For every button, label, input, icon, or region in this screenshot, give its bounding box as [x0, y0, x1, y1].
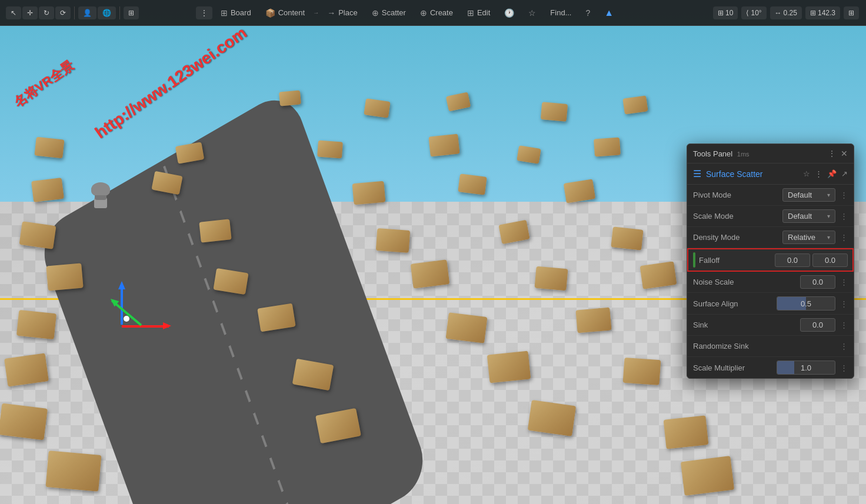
nav-find[interactable]: Find...: [544, 5, 577, 20]
scale-mode-control: Default ▾ ⋮: [782, 209, 848, 223]
gizmo-y-axis[interactable]: [121, 283, 123, 325]
scale-multiplier-control: 1.0 ⋮: [777, 361, 848, 375]
move-tool-btn[interactable]: ✛: [22, 6, 38, 19]
grid-size-btn[interactable]: ⊞ 10: [713, 6, 738, 19]
scale-mode-menu[interactable]: ⋮: [840, 212, 848, 221]
edit-icon: ⊞: [467, 8, 474, 18]
density-mode-dropdown[interactable]: Relative ▾: [782, 231, 835, 244]
scale-mode-dropdown[interactable]: Default ▾: [782, 209, 835, 223]
measure-icon: ⊞: [810, 9, 816, 17]
pivot-mode-control: Default ▾ ⋮: [782, 188, 848, 202]
rock: [0, 403, 48, 440]
clock-icon: 🕐: [504, 8, 514, 18]
surface-align-control: 0.5 ⋮: [777, 296, 848, 311]
randomize-sink-menu[interactable]: ⋮: [840, 342, 848, 351]
nav-scatter-label: Scatter: [382, 8, 406, 17]
noise-scale-control: 0.0 ⋮: [800, 275, 848, 289]
rock: [428, 133, 459, 156]
panel-more-icon[interactable]: ⋮: [828, 149, 836, 158]
rock: [528, 400, 576, 436]
rock: [364, 98, 390, 118]
pivot-mode-dropdown[interactable]: Default ▾: [782, 188, 835, 202]
falloff-value1[interactable]: 0.0: [775, 253, 810, 267]
nav-logo[interactable]: ▲: [598, 5, 619, 21]
gizmo-center: [124, 316, 129, 322]
randomize-sink-label: Randomize Sink: [693, 342, 838, 351]
transform-gizmo[interactable]: [91, 281, 162, 357]
rock: [623, 358, 661, 385]
falloff-row: Falloff 0.0 0.0: [687, 248, 854, 272]
gizmo-x-axis[interactable]: [122, 325, 169, 328]
noise-scale-menu[interactable]: ⋮: [840, 278, 848, 286]
rock: [534, 266, 568, 291]
noise-scale-value[interactable]: 0.0: [800, 275, 835, 289]
rock: [575, 308, 611, 333]
tools-panel: Tools Panel 1ms ⋮ ✕ ☰ Surface Scatter ☆ …: [687, 143, 854, 379]
nav-scatter[interactable]: ⊕ Scatter: [366, 5, 412, 21]
nav-help[interactable]: ?: [579, 5, 596, 21]
nav-board[interactable]: ⊞ Board: [215, 5, 257, 21]
nav-place-label: Place: [338, 8, 358, 17]
falloff-value2[interactable]: 0.0: [812, 253, 848, 267]
density-mode-label: Density Mode: [693, 233, 782, 242]
panel-close-icon[interactable]: ✕: [841, 149, 848, 158]
scale-btn[interactable]: ↔ 0.25: [770, 6, 802, 19]
rock: [19, 221, 56, 249]
pivot-mode-menu[interactable]: ⋮: [840, 191, 848, 199]
rotate-tool-btn[interactable]: ↻: [39, 6, 54, 19]
user-tool-btn[interactable]: 👤: [78, 6, 96, 19]
star-fav-icon[interactable]: ☆: [803, 169, 810, 178]
menu-dots-btn[interactable]: ⋮: [196, 6, 212, 19]
rock: [16, 310, 56, 339]
angle-btn[interactable]: ⟨ 10°: [741, 6, 766, 19]
density-mode-row: Density Mode Relative ▾ ⋮: [687, 227, 854, 248]
sink-menu[interactable]: ⋮: [840, 321, 848, 329]
falloff-accent: [693, 252, 695, 268]
scale-multiplier-slider[interactable]: 1.0: [777, 361, 835, 375]
place-icon: →: [327, 8, 335, 18]
rock: [31, 178, 64, 202]
rock: [317, 141, 343, 159]
scale-mode-label: Scale Mode: [693, 212, 782, 221]
nav-create[interactable]: ⊕ Create: [414, 5, 459, 21]
nav-content[interactable]: 📦 Content: [259, 5, 311, 21]
subheader-more-icon[interactable]: ⋮: [815, 169, 822, 178]
surface-align-menu[interactable]: ⋮: [840, 299, 848, 308]
density-mode-menu[interactable]: ⋮: [840, 233, 848, 242]
falloff-label: Falloff: [699, 256, 775, 265]
rock: [34, 137, 64, 159]
gizmo-z-axis[interactable]: [111, 300, 142, 326]
falloff-controls: 0.0 0.0: [775, 253, 848, 267]
rock: [458, 173, 487, 195]
measure-btn[interactable]: ⊞ 142.3: [805, 6, 840, 19]
content-icon: 📦: [265, 8, 275, 18]
rock: [611, 226, 643, 250]
surface-align-row: Surface Align 0.5 ⋮: [687, 293, 854, 315]
sink-label: Sink: [693, 321, 800, 329]
sink-control: 0.0 ⋮: [800, 318, 848, 332]
cursor-tool-btn[interactable]: ↖: [6, 6, 21, 19]
panel-title: Tools Panel 1ms: [693, 149, 750, 158]
expand-icon[interactable]: ↗: [841, 169, 848, 178]
nav-place[interactable]: → Place: [321, 5, 364, 21]
nav-content-label: Content: [278, 8, 305, 17]
sink-value[interactable]: 0.0: [800, 318, 835, 332]
noise-scale-label: Noise Scale: [693, 278, 800, 286]
density-mode-value: Relative: [788, 233, 815, 242]
help-icon: ?: [585, 8, 590, 18]
nav-create-label: Create: [430, 8, 453, 17]
surface-align-slider[interactable]: 0.5: [777, 296, 835, 311]
scale-mode-row: Scale Mode Default ▾ ⋮: [687, 206, 854, 227]
logo-icon: ▲: [604, 8, 614, 18]
sync-tool-btn[interactable]: ⟳: [55, 6, 71, 19]
nav-star[interactable]: ☆: [522, 5, 542, 21]
pivot-mode-row: Pivot Mode Default ▾ ⋮: [687, 185, 854, 206]
pin-icon[interactable]: 📌: [827, 169, 837, 178]
nav-clock[interactable]: 🕐: [498, 5, 520, 21]
scale-multiplier-menu[interactable]: ⋮: [840, 363, 848, 372]
layout-btn[interactable]: ⊞: [844, 6, 859, 19]
toolbar-right-group: ⊞ 10 ⟨ 10° ↔ 0.25 ⊞ 142.3 ⊞: [706, 6, 866, 19]
surface-align-label: Surface Align: [693, 299, 777, 308]
figure-head: [91, 182, 110, 196]
nav-edit[interactable]: ⊞ Edit: [461, 5, 496, 21]
